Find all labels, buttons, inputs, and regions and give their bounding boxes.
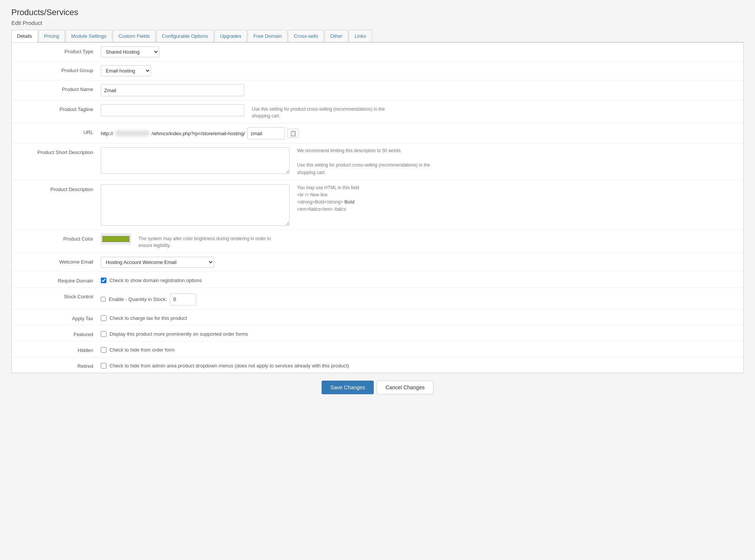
featured-text: Display this product more prominently on… (109, 331, 248, 337)
retired-checkbox[interactable] (101, 363, 106, 369)
require-domain-row: Require Domain Check to show domain regi… (12, 272, 743, 288)
hidden-checkbox[interactable] (101, 347, 106, 353)
cancel-button[interactable]: Cancel Changes (377, 381, 433, 394)
require-domain-checkbox[interactable] (101, 278, 106, 283)
short-desc-row: Product Short Description We recommend l… (12, 143, 743, 180)
product-type-label: Product Type (18, 46, 101, 54)
tab-links[interactable]: Links (349, 30, 371, 42)
retired-text: Check to hide from admin area product dr… (109, 363, 349, 369)
tab-upgrades[interactable]: Upgrades (214, 30, 247, 42)
url-blurred-domain (116, 131, 149, 136)
hidden-text: Check to hide from order form (109, 347, 175, 353)
tab-configurable-options[interactable]: Configurable Options (156, 30, 214, 42)
tab-custom-fields[interactable]: Custom Fields (113, 30, 156, 42)
stock-control-text: Enable - Quantity in Stock: (109, 296, 167, 302)
save-button[interactable]: Save Changes (322, 381, 374, 394)
product-type-row: Product Type Shared Hosting Reseller Hos… (12, 43, 743, 62)
product-color-label: Product Color (18, 234, 101, 242)
short-desc-hint: We recommend limiting this description t… (297, 147, 441, 176)
product-name-label: Product Name (18, 84, 101, 92)
product-group-label: Product Group (18, 65, 101, 73)
tab-other[interactable]: Other (325, 30, 348, 42)
details-panel: Product Type Shared Hosting Reseller Hos… (11, 42, 744, 373)
product-desc-hint: You may use HTML in this field <br /> Ne… (297, 184, 359, 213)
product-tagline-hint: Use this setting for product cross-selli… (252, 104, 395, 119)
welcome-email-label: Welcome Email (18, 257, 101, 265)
product-tagline-row: Product Tagline Use this setting for pro… (12, 100, 743, 123)
page-title: Products/Services (11, 8, 744, 17)
footer-buttons: Save Changes Cancel Changes (11, 373, 744, 402)
tab-pricing[interactable]: Pricing (39, 30, 65, 42)
url-slug-input[interactable] (247, 127, 285, 139)
product-desc-row: Product Description You may use HTML in … (12, 180, 743, 230)
apply-tax-label: Apply Tax (18, 313, 101, 321)
product-tagline-label: Product Tagline (18, 104, 101, 112)
require-domain-label: Require Domain (18, 276, 101, 284)
stock-control-row: Stock Control Enable - Quantity in Stock… (12, 288, 743, 310)
product-desc-label: Product Description (18, 184, 101, 192)
featured-row: Featured Display this product more promi… (12, 326, 743, 341)
tab-bar: Details Pricing Module Settings Custom F… (11, 30, 744, 42)
featured-label: Featured (18, 329, 101, 337)
stock-control-label: Stock Control (18, 292, 101, 299)
product-color-input[interactable] (101, 234, 131, 244)
url-copy-button[interactable]: 📋 (287, 129, 299, 138)
url-prefix: http:// (101, 131, 113, 136)
url-middle: /whmcs/index.php?rp=/store/email-hosting… (152, 131, 245, 136)
product-color-hint: The system may alter color brightness du… (139, 234, 282, 249)
apply-tax-text: Check to charge tax for this product (109, 315, 187, 321)
tab-cross-sells[interactable]: Cross-sells (288, 30, 324, 42)
stock-control-checkbox[interactable] (101, 297, 106, 302)
product-tagline-input[interactable] (101, 104, 244, 116)
tab-free-domain[interactable]: Free Domain (248, 30, 287, 42)
welcome-email-select[interactable]: Hosting Account Welcome Email None Defau… (101, 257, 214, 268)
product-name-row: Product Name (12, 80, 743, 100)
welcome-email-row: Welcome Email Hosting Account Welcome Em… (12, 253, 743, 272)
short-desc-textarea[interactable] (101, 147, 290, 174)
hidden-row: Hidden Check to hide from order form (12, 341, 743, 357)
tab-details[interactable]: Details (11, 30, 38, 42)
retired-label: Retired (18, 361, 101, 369)
product-group-select[interactable]: Email hosting Web Hosting VPS Hosting (101, 65, 151, 76)
product-color-row: Product Color The system may alter color… (12, 230, 743, 253)
retired-row: Retired Check to hide from admin area pr… (12, 357, 743, 373)
product-type-select[interactable]: Shared Hosting Reseller Hosting VPS Dedi… (101, 46, 159, 57)
url-row: URL http:// /whmcs/index.php?rp=/store/e… (12, 123, 743, 143)
short-desc-label: Product Short Description (18, 147, 101, 155)
page-subtitle: Edit Product (11, 20, 744, 26)
require-domain-text: Check to show domain registration option… (109, 278, 202, 283)
product-desc-textarea[interactable] (101, 184, 290, 226)
apply-tax-checkbox[interactable] (101, 315, 106, 321)
tab-module-settings[interactable]: Module Settings (66, 30, 112, 42)
apply-tax-row: Apply Tax Check to charge tax for this p… (12, 310, 743, 326)
product-name-input[interactable] (101, 84, 244, 96)
product-group-row: Product Group Email hosting Web Hosting … (12, 62, 743, 80)
featured-checkbox[interactable] (101, 331, 106, 337)
stock-quantity-input[interactable] (170, 293, 196, 305)
url-label: URL (18, 127, 101, 135)
hidden-label: Hidden (18, 345, 101, 353)
